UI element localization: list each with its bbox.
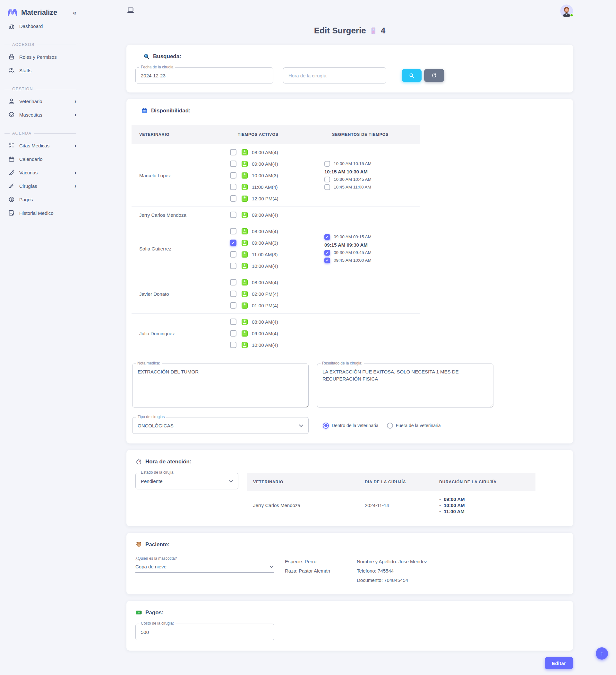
scroll-to-top-button[interactable]: ↑ [596, 648, 608, 660]
chevron-right-icon: › [74, 183, 76, 190]
nota-medica-textarea[interactable]: EXTRACCIÓN DEL TUMOR [132, 364, 309, 407]
user-avatar[interactable] [560, 4, 573, 17]
radio-fuera-veterinaria[interactable]: Fuera de la veterinaria [387, 423, 441, 429]
availability-table-header: VETERINARIO TIEMPOS ACTIVOS SEGMENTOS DE… [131, 125, 420, 144]
segment-text: 10:15 AM 10:30 AM [324, 169, 420, 174]
radio-dentro-veterinaria[interactable]: Dentro de la veterinaria [323, 423, 378, 429]
file-plus-icon [242, 251, 248, 257]
telefono-text: Telefono: 745544 [357, 566, 427, 576]
mascota-select-label: ¿Quien es la mascotita? [136, 556, 274, 561]
time-checkbox[interactable] [230, 279, 237, 286]
sidebar-item-citas-medicas[interactable]: Citas Medicas › [0, 139, 83, 152]
sidebar-item-pagos[interactable]: Pagos [0, 193, 83, 206]
sidebar-item-cirugias[interactable]: Cirugías › [0, 179, 83, 193]
online-status-dot [570, 13, 573, 17]
time-slot: 08:00 AM(4) [230, 277, 324, 288]
refresh-button[interactable] [424, 69, 444, 82]
time-slot: 10:00 AM(3) [230, 169, 324, 181]
segment-checkbox[interactable] [324, 234, 330, 240]
topbar [126, 0, 573, 20]
file-plus-icon [242, 330, 248, 336]
segment-slot: 09:30 AM 09:45 AM [324, 250, 420, 255]
time-checkbox[interactable] [230, 263, 237, 269]
sidebar-item-mascotitas[interactable]: Mascotitas › [0, 108, 83, 122]
time-checkbox[interactable] [230, 330, 237, 336]
medical-history-icon [8, 209, 15, 217]
segment-slot: 09:45 AM 10:00 AM [324, 257, 420, 263]
resultado-cirugia-textarea[interactable]: LA EXTRACCIÓN FUE EXITOSA, SOLO NECESITA… [317, 364, 494, 407]
chevron-down-icon [229, 478, 233, 483]
segment-checkbox[interactable] [324, 257, 330, 263]
attention-table: VETERINARIO DIA DE LA CIRUJÍA DURACIÓN D… [247, 473, 535, 517]
time-checkbox[interactable] [230, 228, 237, 234]
file-plus-icon [242, 319, 248, 325]
editar-button[interactable]: Editar [545, 657, 573, 669]
chevron-right-icon: › [74, 98, 76, 105]
sidebar-item-veterinario[interactable]: Veterinario › [0, 94, 83, 108]
time-slot: 08:00 AM(4) [230, 146, 324, 158]
hospital-icon [369, 27, 378, 35]
radio-icon[interactable] [387, 423, 393, 429]
time-slot: 10:00 AM(4) [230, 260, 324, 272]
laptop-icon[interactable] [126, 6, 135, 16]
costo-cirugia-input[interactable] [141, 629, 269, 635]
segment-checkbox[interactable] [324, 184, 330, 190]
radio-icon[interactable] [323, 423, 329, 429]
time-checkbox[interactable] [230, 318, 237, 325]
estado-cirujia-select[interactable]: Estado de la cirujia Pendiente [136, 473, 238, 490]
time-checkbox[interactable] [230, 239, 237, 246]
time-slot: 11:00 AM(3) [230, 248, 324, 260]
file-plus-icon [242, 240, 248, 246]
resultado-cirugia-field: Resultado de la cirugia: LA EXTRACCIÓN F… [317, 364, 494, 409]
time-slot: 09:00 AM(4) [230, 209, 324, 221]
brand: Materialize « [0, 6, 83, 19]
time-checkbox[interactable] [230, 291, 237, 297]
stopwatch-icon [136, 458, 142, 465]
mascota-select[interactable]: ¿Quien es la mascotita? Copa de nieve [136, 556, 274, 585]
sidebar-item-dashboard[interactable]: Dashboard [0, 19, 83, 33]
time-checkbox[interactable] [230, 161, 237, 167]
sidebar-item-calendario[interactable]: Calendario [0, 152, 83, 166]
surgery-icon [8, 182, 15, 190]
time-checkbox[interactable] [230, 195, 237, 202]
segment-checkbox[interactable] [324, 250, 330, 255]
checklist-icon [8, 142, 15, 149]
attention-card: Hora de atención: Estado de la cirujia P… [126, 450, 573, 526]
hora-cirugia-field[interactable] [283, 67, 386, 83]
search-icon [143, 53, 150, 60]
fecha-cirugia-input[interactable] [141, 73, 268, 78]
search-button[interactable] [402, 69, 422, 82]
sidebar-item-historial-medico[interactable]: Historial Medico [0, 206, 83, 220]
segment-checkbox[interactable] [324, 176, 330, 182]
time-checkbox[interactable] [230, 212, 237, 218]
segment-slot: 10:00 AM 10:15 AM [324, 161, 420, 167]
nombre-text: Nombre y Apellido: Jose Mendez [357, 557, 427, 566]
time-checkbox[interactable] [230, 302, 237, 309]
arrow-up-icon: ↑ [601, 650, 604, 657]
nota-medica-field: Nota medica: EXTRACCIÓN DEL TUMOR [132, 364, 309, 409]
time-checkbox[interactable] [230, 184, 237, 190]
costo-cirugia-field[interactable]: Costo de la cirugia: [136, 624, 274, 640]
chevron-down-icon [299, 423, 303, 427]
sidebar-item-roles-permisos[interactable]: Roles y Permisos [0, 50, 83, 64]
time-checkbox[interactable] [230, 172, 237, 178]
hora-cirugia-input[interactable] [288, 73, 381, 78]
sidebar-collapse-icon[interactable]: « [73, 9, 76, 16]
coin-icon [8, 196, 15, 203]
time-slot: 09:00 AM(4) [230, 327, 324, 339]
brand-name: Materialize [21, 8, 73, 17]
especie-text: Especie: Perro [285, 557, 357, 566]
tipo-cirugias-select[interactable]: Tipo de cirugias ONCOLÓGICAS [132, 417, 309, 434]
segment-text: 09:15 AM 09:30 AM [324, 242, 420, 247]
fecha-cirugia-field[interactable]: Fecha de la cirugia [136, 67, 273, 83]
time-checkbox[interactable] [230, 149, 237, 155]
time-slot: 09:00 AM(3) [230, 237, 324, 248]
time-checkbox[interactable] [230, 251, 237, 257]
duration-list: 09:00 AM 10:00 AM 11:00 AM [433, 496, 535, 515]
sidebar-item-staffs[interactable]: Staffs [0, 64, 83, 77]
sidebar-item-vacunas[interactable]: Vacunas › [0, 166, 83, 179]
segment-slot: 10:45 AM 11:00 AM [324, 184, 420, 190]
time-slot: 08:00 AM(4) [230, 225, 324, 237]
segment-checkbox[interactable] [324, 161, 330, 167]
time-checkbox[interactable] [230, 342, 237, 348]
